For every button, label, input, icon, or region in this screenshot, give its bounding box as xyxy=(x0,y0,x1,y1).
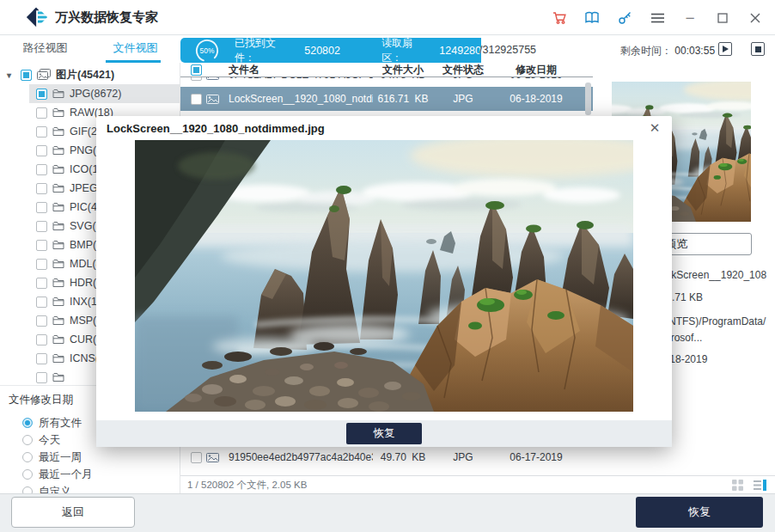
tree-item-checkbox[interactable] xyxy=(36,126,47,138)
guide-book-icon[interactable] xyxy=(584,10,600,26)
tree-root-checkbox[interactable] xyxy=(21,70,32,81)
tree-item-checkbox[interactable] xyxy=(36,89,47,100)
close-button[interactable] xyxy=(748,10,763,26)
tree-item-checkbox[interactable] xyxy=(36,183,47,194)
folder-icon xyxy=(52,126,64,137)
store-cart-icon[interactable] xyxy=(552,10,567,26)
selection-summary: 1 / 520802 个文件, 2.05 KB xyxy=(187,479,307,492)
tree-item-checkbox[interactable] xyxy=(36,334,47,345)
stop-scan-button[interactable] xyxy=(751,42,765,56)
folder-icon xyxy=(52,145,64,156)
table-row[interactable]: LockScreen__1920_1080_notdimm...616.71 K… xyxy=(180,87,593,111)
select-all-checkbox[interactable] xyxy=(191,64,202,76)
radio-icon[interactable] xyxy=(22,452,33,462)
folder-icon xyxy=(52,240,64,250)
back-button[interactable]: 返回 xyxy=(11,497,135,528)
table-row-partial[interactable] xyxy=(180,469,593,475)
grid-view-icon[interactable] xyxy=(732,480,743,491)
modal-header: LockScreen__1920_1080_notdimmed.jpg ✕ xyxy=(96,116,672,140)
image-file-icon xyxy=(206,95,219,104)
maximize-button[interactable] xyxy=(715,10,730,26)
cell-file-status: JPG xyxy=(433,93,493,105)
radio-label: 所有文件 xyxy=(39,416,82,431)
menu-icon[interactable] xyxy=(650,10,665,26)
tree-item-checkbox[interactable] xyxy=(36,353,47,364)
time-remaining-value: 00:03:55 xyxy=(674,45,715,57)
chevron-down-icon[interactable]: ▾ xyxy=(7,70,15,80)
header-file-name[interactable]: 文件名 xyxy=(227,63,373,77)
cell-file-status: JPG xyxy=(433,77,493,81)
radio-icon[interactable] xyxy=(22,418,33,428)
cell-file-name: 0F4C2A27-DC1E-4791-A5CF-379BB... xyxy=(227,77,373,81)
scan-progress-bar: 50% 已找到文件： 520802 读取扇区： 1249280 /3129257… xyxy=(180,35,775,63)
app-logo-icon xyxy=(26,6,48,28)
tree-root-pictures[interactable]: ▾图片(45421) xyxy=(0,65,180,84)
folder-icon xyxy=(52,202,64,212)
tab-file-view[interactable]: 文件视图 xyxy=(90,35,180,63)
row-checkbox[interactable] xyxy=(191,452,202,463)
scan-progress-fill: 50% 已找到文件： 520802 读取扇区： 1249280 xyxy=(180,38,481,63)
titlebar: 万兴数据恢复专家 xyxy=(0,0,775,35)
scrollbar-thumb[interactable] xyxy=(585,83,591,115)
folder-icon xyxy=(52,164,64,174)
resume-scan-button[interactable] xyxy=(718,42,732,56)
preview-image xyxy=(135,140,633,412)
found-files-label: 已找到文件： xyxy=(235,36,296,65)
radio-label: 最近一个月 xyxy=(39,468,93,482)
radio-icon[interactable] xyxy=(22,435,33,445)
scan-percent: 50% xyxy=(200,46,215,55)
found-files-value: 520802 xyxy=(304,45,340,57)
scan-percent-ring: 50% xyxy=(195,39,219,63)
tree-item-checkbox[interactable] xyxy=(36,278,47,289)
tree-item-checkbox[interactable] xyxy=(36,259,47,270)
header-file-size[interactable]: 文件大小 xyxy=(373,63,433,77)
tree-item-checkbox[interactable] xyxy=(36,240,47,251)
table-row[interactable]: 0F4C2A27-DC1E-4791-A5CF-379BB...94.78 KB… xyxy=(180,77,593,87)
date-filter-option[interactable]: 最近一周 xyxy=(9,449,180,466)
minimize-button[interactable]: ─ xyxy=(682,10,698,26)
image-file-icon xyxy=(206,77,219,80)
table-row[interactable]: 91950ee4ed2b4977ac4a2b40e36bf...49.70 KB… xyxy=(180,445,593,469)
sectors-total-value: /312925755 xyxy=(479,44,536,56)
tree-root-label: 图片(45421) xyxy=(56,68,114,83)
date-filter-option[interactable]: 最近一个月 xyxy=(9,466,180,483)
tree-item-jpg[interactable]: JPG(8672) xyxy=(29,84,180,103)
folder-icon xyxy=(52,183,64,193)
tree-item-checkbox[interactable] xyxy=(36,297,47,308)
tree-item-checkbox[interactable] xyxy=(36,202,47,213)
header-file-status[interactable]: 文件状态 xyxy=(433,63,493,77)
file-list-header: 文件名 文件大小 文件状态 修改日期 xyxy=(180,63,593,77)
view-tabs: 路径视图 文件视图 xyxy=(0,35,180,63)
sectors-read-value: 1249280 xyxy=(439,45,481,57)
list-view-icon[interactable] xyxy=(754,480,766,491)
header-modified-date[interactable]: 修改日期 xyxy=(493,63,579,77)
folder-icon xyxy=(52,353,64,364)
folder-icon xyxy=(52,334,64,345)
tree-item-checkbox[interactable] xyxy=(36,107,47,119)
folder-icon xyxy=(52,89,64,99)
cell-modified-date: 06-17-2019 xyxy=(493,451,579,463)
tree-item-checkbox[interactable] xyxy=(36,164,47,175)
folder-icon xyxy=(52,221,64,231)
tree-item-checkbox[interactable] xyxy=(36,372,47,383)
recover-button[interactable]: 恢复 xyxy=(636,497,763,528)
folder-icon xyxy=(52,315,64,326)
modal-close-icon[interactable]: ✕ xyxy=(646,119,663,137)
radio-icon[interactable] xyxy=(22,469,33,480)
bottom-action-bar: 返回 恢复 xyxy=(0,493,775,532)
tree-item-checkbox[interactable] xyxy=(36,315,47,327)
time-remaining-label: 剩余时间： xyxy=(620,45,672,57)
cell-file-size: 94.78 KB xyxy=(373,77,433,81)
modal-recover-button[interactable]: 恢复 xyxy=(346,423,422,444)
register-key-icon[interactable] xyxy=(617,10,632,26)
cell-file-name: 91950ee4ed2b4977ac4a2b40e36bf... xyxy=(227,451,373,463)
modal-footer: 恢复 xyxy=(96,420,672,447)
modal-title: LockScreen__1920_1080_notdimmed.jpg xyxy=(107,122,325,135)
tab-path-view[interactable]: 路径视图 xyxy=(0,35,90,63)
cell-modified-date: 06-18-2019 xyxy=(493,93,579,105)
tree-item-checkbox[interactable] xyxy=(36,221,47,232)
row-checkbox[interactable] xyxy=(191,77,202,81)
status-bar: 1 / 520802 个文件, 2.05 KB xyxy=(180,475,775,493)
row-checkbox[interactable] xyxy=(191,94,202,105)
tree-item-checkbox[interactable] xyxy=(36,145,47,156)
